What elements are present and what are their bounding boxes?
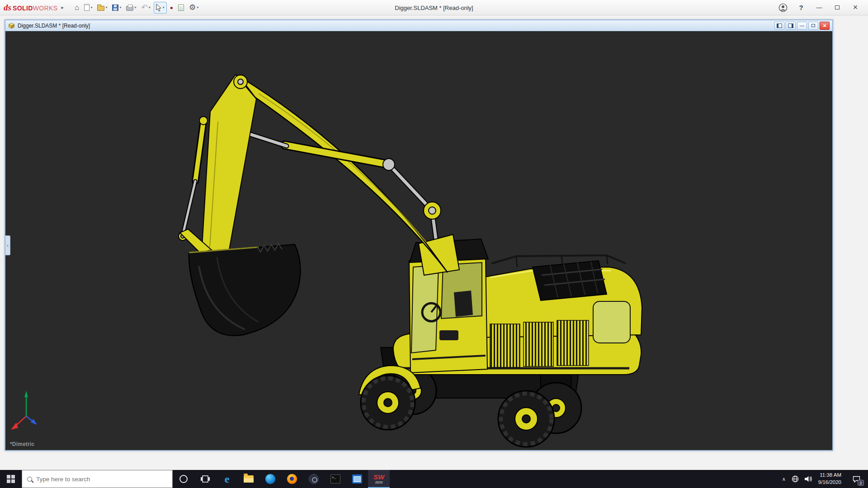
edge-button[interactable]: e bbox=[216, 470, 238, 488]
dassault-mark-icon: ds bbox=[4, 3, 11, 13]
action-center-button[interactable]: 2 bbox=[847, 470, 865, 488]
cortana-icon bbox=[179, 475, 188, 483]
solidworks-taskbar-button[interactable]: SW 2020 bbox=[368, 470, 390, 488]
document-title: Digger.SLDASM * [Read-only] bbox=[18, 23, 90, 29]
menu-flyout-arrow[interactable]: ▸ bbox=[59, 5, 67, 10]
account-icon bbox=[778, 3, 788, 12]
chevron-down-icon: ▾ bbox=[163, 5, 165, 9]
notification-badge: 2 bbox=[858, 480, 864, 486]
maximize-button[interactable] bbox=[828, 0, 846, 15]
browser-button[interactable] bbox=[259, 470, 281, 488]
document-window-controls: — × bbox=[774, 22, 830, 30]
chevron-down-icon: ▾ bbox=[197, 5, 198, 9]
orientation-triad bbox=[11, 391, 37, 430]
terminal-button[interactable]: >_ bbox=[325, 470, 346, 488]
window-controls: ? — × bbox=[774, 0, 864, 15]
remote-app-button[interactable] bbox=[346, 470, 368, 488]
undo-icon: ↶ bbox=[141, 3, 147, 12]
doc-minimize-icon: — bbox=[800, 23, 804, 28]
task-view-icon bbox=[201, 475, 210, 483]
steam-icon bbox=[309, 474, 319, 484]
edge-icon: e bbox=[225, 474, 230, 484]
print-icon bbox=[126, 6, 133, 11]
close-button[interactable]: × bbox=[846, 0, 864, 15]
minimize-icon: — bbox=[816, 4, 822, 11]
tray-expand-button[interactable]: ∧ bbox=[782, 476, 786, 482]
report-button[interactable] bbox=[176, 2, 186, 14]
undo-button[interactable]: ↶▾ bbox=[139, 2, 152, 14]
doc-close-button[interactable]: × bbox=[820, 22, 830, 30]
new-document-button[interactable]: ▾ bbox=[82, 2, 94, 14]
excavator bbox=[11, 75, 642, 447]
pane-right-icon bbox=[788, 23, 793, 28]
account-button[interactable] bbox=[774, 0, 792, 15]
search-input[interactable] bbox=[36, 476, 167, 483]
solidworks-logo: ds SOLID WORKS bbox=[4, 3, 58, 13]
windows-logo-icon bbox=[7, 475, 15, 483]
file-explorer-icon bbox=[244, 475, 254, 483]
panel-collapse-icon: ‹ bbox=[7, 243, 8, 248]
clock-date: 9/16/2020 bbox=[818, 479, 841, 486]
system-tray: ∧ 11:38 AM 9/16/2020 2 bbox=[778, 470, 868, 488]
options-button[interactable]: ⚙▾ bbox=[187, 2, 200, 14]
steam-button[interactable] bbox=[303, 470, 325, 488]
app-titlebar: ds SOLID WORKS ▸ ⌂ ▾ ▾ ▾ ▾ ↶▾ ▾ ● ⚙▾ Dig… bbox=[0, 0, 868, 15]
panel-collapse-handle[interactable]: ‹ bbox=[5, 235, 10, 255]
view-orientation-label: *Dimetric bbox=[10, 441, 35, 447]
chevron-down-icon: ▾ bbox=[119, 5, 121, 9]
solidworks-taskbar-icon: SW 2020 bbox=[373, 474, 384, 484]
print-button[interactable]: ▾ bbox=[124, 2, 138, 14]
gear-icon: ⚙ bbox=[189, 3, 196, 12]
clock-time: 11:38 AM bbox=[818, 472, 841, 479]
assembly-document-icon bbox=[8, 23, 15, 29]
document-window: Digger.SLDASM * [Read-only] — × bbox=[5, 19, 833, 451]
firefox-icon bbox=[287, 474, 297, 484]
select-tool-button[interactable]: ▾ bbox=[154, 2, 167, 14]
taskbar-search[interactable] bbox=[22, 470, 173, 488]
graphics-viewport[interactable]: ‹ *Dimetric bbox=[5, 31, 832, 450]
help-button[interactable]: ? bbox=[792, 0, 810, 15]
front-wheel bbox=[361, 375, 415, 430]
record-button[interactable]: ● bbox=[168, 2, 175, 14]
open-folder-icon bbox=[97, 6, 104, 11]
document-titlebar[interactable]: Digger.SLDASM * [Read-only] — × bbox=[5, 20, 832, 31]
home-icon: ⌂ bbox=[75, 3, 79, 12]
save-button[interactable]: ▾ bbox=[110, 2, 123, 14]
chevron-down-icon: ▾ bbox=[105, 5, 107, 9]
start-button[interactable] bbox=[0, 470, 22, 488]
save-icon bbox=[112, 5, 118, 11]
doc-restore-button[interactable] bbox=[808, 22, 818, 30]
firefox-button[interactable] bbox=[281, 470, 303, 488]
app-window-icon bbox=[352, 474, 362, 483]
task-view-button[interactable] bbox=[194, 470, 216, 488]
terminal-icon: >_ bbox=[330, 474, 340, 483]
sphere-icon: ● bbox=[170, 5, 173, 11]
doc-minimize-button[interactable]: — bbox=[797, 22, 807, 30]
select-cursor-icon bbox=[156, 4, 162, 11]
home-button[interactable]: ⌂ bbox=[73, 2, 81, 14]
new-document-icon bbox=[84, 4, 90, 11]
volume-icon[interactable] bbox=[805, 476, 812, 482]
minimize-button[interactable]: — bbox=[810, 0, 828, 15]
taskbar: e >_ SW 2020 ∧ 11:38 AM 9/16/2020 bbox=[0, 470, 868, 488]
doc-restore-icon bbox=[811, 24, 815, 27]
solidworks-sw-text: SW bbox=[373, 474, 384, 480]
pane-right-button[interactable] bbox=[786, 22, 796, 30]
maximize-icon bbox=[835, 5, 840, 9]
chevron-down-icon: ▾ bbox=[149, 5, 151, 9]
solidworks-year-text: 2020 bbox=[375, 481, 383, 484]
taskbar-clock[interactable]: 11:38 AM 9/16/2020 bbox=[818, 472, 841, 486]
workspace-background: Digger.SLDASM * [Read-only] — × bbox=[0, 15, 868, 470]
report-list-icon bbox=[178, 5, 184, 11]
bucket bbox=[189, 244, 301, 336]
app-window-title: Digger.SLDASM * [Read-only] bbox=[395, 0, 473, 15]
cortana-button[interactable] bbox=[173, 470, 194, 488]
rear-wheel bbox=[498, 391, 554, 447]
browser-icon bbox=[265, 474, 275, 484]
network-globe-icon[interactable] bbox=[792, 475, 799, 483]
pane-left-button[interactable] bbox=[774, 22, 784, 30]
open-button[interactable]: ▾ bbox=[95, 2, 109, 14]
brand-works: WORKS bbox=[33, 5, 58, 12]
file-explorer-button[interactable] bbox=[238, 470, 259, 488]
chevron-down-icon: ▾ bbox=[134, 5, 136, 9]
